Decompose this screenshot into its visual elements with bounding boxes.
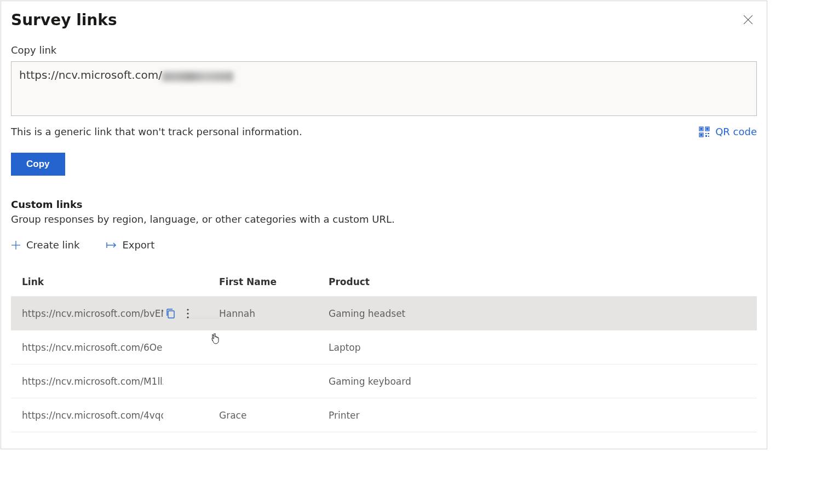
svg-rect-16: [168, 311, 174, 318]
svg-rect-8: [705, 133, 706, 134]
svg-rect-11: [708, 136, 709, 137]
svg-rect-3: [700, 128, 702, 130]
row-product: Printer: [329, 410, 746, 421]
col-first-name: First Name: [219, 276, 329, 287]
svg-rect-7: [700, 134, 702, 136]
table-row[interactable]: https://ncv.microsoft.com/4vqdTB Grace P…: [11, 398, 757, 432]
export-button[interactable]: Export: [106, 239, 154, 251]
row-product: Laptop: [329, 342, 746, 353]
panel-title: Survey links: [11, 11, 757, 29]
svg-rect-5: [706, 128, 708, 130]
row-link: https://ncv.microsoft.com/M1llzhZ: [22, 376, 163, 387]
export-label: Export: [122, 239, 154, 251]
copy-link-url-prefix: https://ncv.microsoft.com/: [19, 68, 162, 82]
svg-rect-10: [705, 135, 707, 137]
custom-links-table: Link First Name Product https://ncv.micr…: [11, 267, 757, 432]
table-row[interactable]: https://ncv.microsoft.com/6OeMm Laptop: [11, 331, 757, 364]
row-link: https://ncv.microsoft.com/4vqdTB: [22, 410, 163, 421]
svg-point-19: [187, 316, 188, 318]
close-button[interactable]: [739, 11, 757, 28]
table-row[interactable]: https://ncv.microsoft.com/M1llzhZ Gaming…: [11, 364, 757, 398]
copy-link-info: This is a generic link that won't track …: [11, 126, 302, 137]
qr-code-label: QR code: [715, 126, 757, 137]
qr-code-button[interactable]: QR code: [699, 126, 757, 137]
close-icon: [743, 15, 753, 25]
col-product: Product: [329, 276, 746, 287]
plus-icon: [11, 240, 21, 250]
qr-icon: [699, 126, 710, 137]
create-link-button[interactable]: Create link: [11, 239, 79, 251]
copy-link-field[interactable]: https://ncv.microsoft.com/: [11, 61, 757, 116]
more-vertical-icon: [186, 308, 189, 319]
more-options-button[interactable]: Download QR code Edit Delete: [186, 308, 189, 319]
svg-rect-9: [708, 133, 709, 134]
row-first-name: Grace: [219, 410, 329, 421]
copy-button[interactable]: Copy: [11, 153, 65, 176]
row-product: Gaming headset: [329, 308, 746, 319]
svg-point-17: [187, 309, 188, 310]
copy-link-icon[interactable]: [165, 308, 175, 319]
row-link: https://ncv.microsoft.com/bvENW: [22, 308, 163, 319]
custom-links-description: Group responses by region, language, or …: [11, 213, 757, 225]
table-header: Link First Name Product: [11, 267, 757, 297]
copy-link-label: Copy link: [11, 44, 757, 56]
row-link: https://ncv.microsoft.com/6OeMm: [22, 342, 163, 353]
survey-links-panel: Survey links Copy link https://ncv.micro…: [1, 1, 767, 449]
col-link: Link: [22, 276, 219, 287]
svg-point-18: [187, 312, 188, 314]
row-first-name: Hannah: [219, 308, 329, 319]
export-icon: [106, 241, 117, 249]
custom-links-heading: Custom links: [11, 199, 757, 210]
redacted-token: [162, 72, 233, 82]
create-link-label: Create link: [26, 239, 79, 251]
row-product: Gaming keyboard: [329, 376, 746, 387]
table-row[interactable]: https://ncv.microsoft.com/bvENW Do: [11, 297, 757, 331]
